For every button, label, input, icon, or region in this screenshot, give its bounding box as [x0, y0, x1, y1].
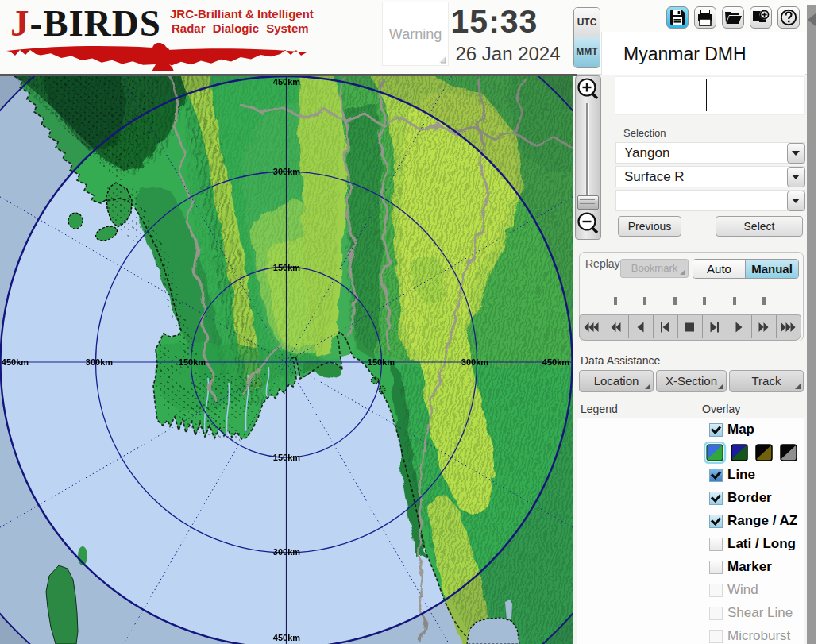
svg-text:300km: 300km — [86, 357, 113, 367]
svg-text:300km: 300km — [461, 357, 488, 367]
svg-text:300km: 300km — [273, 547, 300, 557]
svg-text:300km: 300km — [273, 167, 300, 176]
svg-text:450km: 450km — [542, 357, 569, 367]
svg-text:150km: 150km — [273, 453, 300, 462]
svg-text:450km: 450km — [273, 633, 300, 642]
svg-text:150km: 150km — [368, 357, 395, 367]
svg-text:150km: 150km — [273, 263, 300, 272]
svg-text:450km: 450km — [2, 357, 29, 367]
svg-text:450km: 450km — [273, 77, 300, 87]
svg-text:150km: 150km — [179, 357, 206, 367]
